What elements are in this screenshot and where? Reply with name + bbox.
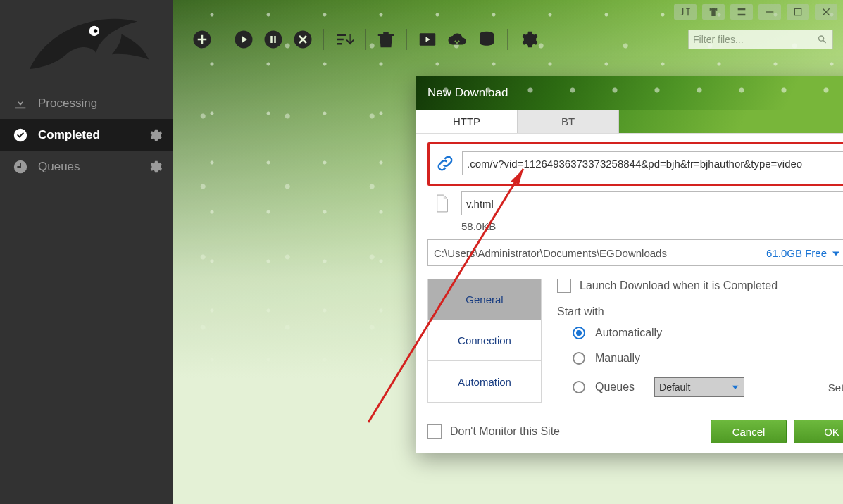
download-icon [13,96,28,111]
file-icon [435,194,451,213]
url-input[interactable] [462,151,843,175]
app-root: Processing Completed Queues [0,0,843,504]
path-dropdown[interactable] [831,247,841,259]
radio-auto-label: Automatically [595,327,662,339]
size-row: 58.0KB [427,220,843,232]
pro-button[interactable] [674,4,697,20]
chevron-down-icon [731,382,739,393]
dialog-body: 58.0KB C:\Users\Administrator\Documents\… [416,134,843,453]
toolbar [190,25,833,54]
vtab-connection[interactable]: Connection [428,320,541,361]
link-icon [435,153,455,173]
cancel-button[interactable]: Cancel [711,420,787,443]
dont-monitor-checkbox[interactable] [427,424,442,439]
radio-queues-row: Queues Default Setting... [573,377,843,397]
tab-http[interactable]: HTTP [416,110,518,133]
radio-manual-label: Manually [595,352,640,365]
separator [507,29,508,50]
radio-queues-label: Queues [595,381,635,393]
sidebar-item-queues[interactable]: Queues [0,151,173,182]
tab-bt[interactable]: BT [518,110,619,133]
dont-monitor-row: Don't Monitor this Site [427,424,560,439]
filename-row [427,191,843,215]
dialog-header: New Download [416,76,843,110]
stop-button[interactable] [291,27,315,51]
launch-checkbox[interactable] [557,279,571,293]
sidebar-item-label: Queues [38,160,80,174]
delete-button[interactable] [374,27,398,51]
cloud-button[interactable] [445,27,469,51]
add-button[interactable] [190,27,214,51]
radio-auto-row: Automatically [573,327,843,339]
separator [365,29,366,50]
start-with-label: Start with [557,305,843,318]
separator [406,29,407,50]
minimize-button[interactable] [758,4,781,20]
vertical-tabs: General Connection Automation [427,279,542,403]
launch-label: Launch Download when it is Completed [580,279,778,292]
dialog-footer: Don't Monitor this Site Cancel OK [427,420,843,443]
save-path-box[interactable]: C:\Users\Administrator\Documents\EGDownl… [427,239,843,266]
svg-rect-2 [766,11,774,12]
new-download-dialog: New Download HTTP BT [416,76,843,453]
svg-rect-3 [794,8,801,15]
skin-button[interactable] [702,4,725,20]
queue-select[interactable]: Default [654,377,744,397]
vtab-automation[interactable]: Automation [428,361,541,402]
start-button[interactable] [232,27,256,51]
close-window-button[interactable] [815,4,837,20]
search-icon [816,33,828,46]
radio-manual[interactable] [573,352,585,365]
sort-button[interactable] [332,27,356,51]
filter-box[interactable] [688,30,833,49]
dialog-tabs: HTTP BT [416,110,843,134]
pause-button[interactable] [261,27,285,51]
compact-button[interactable] [730,4,753,20]
sidebar: Processing Completed Queues [0,0,173,504]
svg-point-1 [93,29,96,32]
queue-setting-link[interactable]: Setting... [828,382,843,393]
dialog-middle: General Connection Automation Launch Dow… [427,279,843,403]
clock-icon [13,159,28,175]
radio-queues[interactable] [573,381,585,393]
dont-monitor-label: Don't Monitor this Site [450,425,560,438]
maximize-button[interactable] [787,4,809,20]
media-grabber-button[interactable] [416,27,439,51]
launch-checkbox-row: Launch Download when it is Completed [557,279,843,293]
window-controls [674,4,837,20]
save-path: C:\Users\Administrator\Documents\EGDownl… [434,247,667,259]
url-highlight-box [427,142,843,186]
separator [223,29,223,50]
dialog-title: New Download [427,86,508,100]
gear-icon[interactable] [147,127,163,143]
separator [323,29,324,50]
ok-button[interactable]: OK [794,420,843,443]
settings-button[interactable] [516,27,540,51]
queue-select-value: Default [659,382,690,393]
file-size: 58.0KB [461,220,496,232]
gear-icon[interactable] [147,159,163,175]
vtab-general[interactable]: General [428,279,541,320]
app-logo [0,0,173,87]
sidebar-item-processing[interactable]: Processing [0,87,173,119]
filter-input[interactable] [693,34,816,45]
sidebar-item-label: Processing [38,96,97,111]
check-circle-icon [13,127,28,143]
sidebar-item-label: Completed [38,128,100,142]
general-pane: Launch Download when it is Completed Sta… [542,279,843,403]
database-button[interactable] [475,27,499,51]
main-area: New Download HTTP BT [173,0,843,504]
sidebar-item-completed[interactable]: Completed [0,119,173,151]
radio-manual-row: Manually [573,352,843,365]
disk-free: 61.0GB Free [766,247,827,259]
svg-point-6 [265,31,282,49]
filename-input[interactable] [461,191,843,215]
radio-auto[interactable] [573,327,585,339]
